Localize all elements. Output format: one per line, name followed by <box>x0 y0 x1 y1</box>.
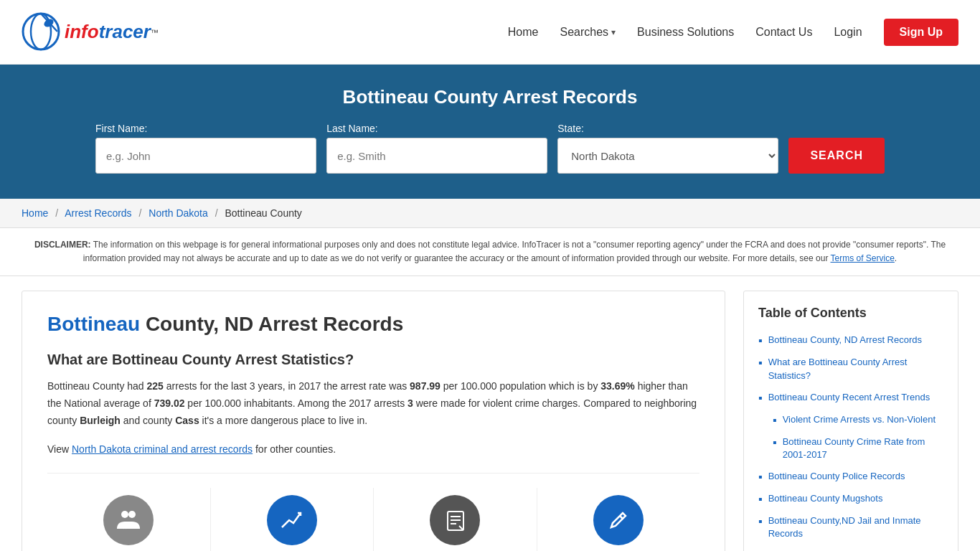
icon-pencil <box>593 495 644 545</box>
toc-item: ▪ Bottineau County Mugshots <box>758 492 943 506</box>
nav-contact[interactable]: Contact Us <box>755 26 812 39</box>
svg-point-4 <box>121 511 128 518</box>
svg-point-0 <box>23 14 59 50</box>
breadcrumb-north-dakota[interactable]: North Dakota <box>149 207 207 219</box>
violent-count: 3 <box>407 397 413 409</box>
scroll-icon <box>442 507 468 533</box>
icon-scroll <box>430 495 480 545</box>
icon-item-4 <box>537 488 700 551</box>
toc-link[interactable]: Bottineau County Recent Arrest Trends <box>768 391 930 404</box>
breadcrumb-home[interactable]: Home <box>22 207 48 219</box>
sidebar: Table of Contents ▪ Bottineau County, ND… <box>743 291 958 551</box>
toc-link[interactable]: What are Bottineau County Arrest Statist… <box>768 356 943 382</box>
toc-bullet: ▪ <box>758 471 763 484</box>
svg-point-1 <box>31 14 51 50</box>
toc-bullet: ▪ <box>773 414 777 427</box>
breadcrumb-arrest-records[interactable]: Arrest Records <box>65 207 131 219</box>
breadcrumb: Home / Arrest Records / North Dakota / B… <box>0 199 980 228</box>
icon-chart <box>267 495 317 545</box>
toc-item: ▪ Bottineau County,ND Jail and Inmate Re… <box>758 514 943 540</box>
hero-section: Bottineau County Arrest Records First Na… <box>0 65 980 199</box>
icon-item-1 <box>47 488 210 551</box>
national-avg: 739.02 <box>154 397 185 409</box>
logo-tracer: tracer <box>99 21 151 43</box>
toc-link[interactable]: Bottineau County,ND Jail and Inmate Reco… <box>768 514 943 540</box>
header: infotracer™ Home Searches ▾ Business Sol… <box>0 0 980 65</box>
toc-link[interactable]: Violent Crime Arrests vs. Non-Violent <box>783 413 936 426</box>
main-content: Bottineau County, ND Arrest Records What… <box>0 276 980 551</box>
logo-info: info <box>65 21 99 43</box>
section1-paragraph: Bottineau County had 225 arrests for the… <box>47 378 699 429</box>
toc-bullet: ▪ <box>758 515 763 528</box>
svg-line-14 <box>620 516 623 519</box>
signup-button[interactable]: Sign Up <box>884 19 958 46</box>
toc-bullet: ▪ <box>773 436 777 449</box>
tos-suffix: . <box>895 253 897 263</box>
breadcrumb-sep-2: / <box>139 207 142 219</box>
svg-point-5 <box>128 511 136 518</box>
toc-bullet: ▪ <box>758 334 763 347</box>
logo-icon <box>22 12 61 52</box>
main-nav: Home Searches ▾ Business Solutions Conta… <box>508 19 958 46</box>
state-label: State: <box>557 123 778 134</box>
state-select[interactable]: AlabamaAlaskaArizonaArkansas CaliforniaC… <box>557 138 778 174</box>
state-group: State: AlabamaAlaskaArizonaArkansas Cali… <box>557 123 778 174</box>
toc-link[interactable]: Bottineau County Mugshots <box>768 492 883 505</box>
county1: Burleigh <box>80 415 121 426</box>
county2: Cass <box>175 415 199 426</box>
nav-home[interactable]: Home <box>508 26 539 39</box>
article-title: Bottineau County, ND Arrest Records <box>47 313 699 336</box>
toc-link[interactable]: Bottineau County, ND Arrest Records <box>768 334 922 347</box>
pencil-icon <box>606 507 631 533</box>
breadcrumb-sep-1: / <box>55 207 58 219</box>
title-rest: County, ND Arrest Records <box>140 313 403 335</box>
logo: infotracer™ <box>22 12 159 52</box>
last-name-label: Last Name: <box>326 123 547 134</box>
toc-list: ▪ Bottineau County, ND Arrest Records ▪ … <box>758 334 943 551</box>
last-name-group: Last Name: <box>326 123 547 174</box>
toc-link[interactable]: Bottineau County Police Records <box>768 470 905 483</box>
toc-item: ▪ Bottineau County Recent Arrest Trends <box>758 391 943 405</box>
login-button[interactable]: Login <box>834 26 862 39</box>
toc-item: ▪ Violent Crime Arrests vs. Non-Violent <box>773 413 943 427</box>
toc-bullet: ▪ <box>758 493 763 506</box>
breadcrumb-current: Bottineau County <box>225 207 301 219</box>
breadcrumb-sep-3: / <box>215 207 218 219</box>
first-name-label: First Name: <box>95 123 316 134</box>
icon-item-3 <box>374 488 537 551</box>
logo-tm: ™ <box>151 28 159 37</box>
section1-heading: What are Bottineau County Arrest Statist… <box>47 352 699 368</box>
hero-title: Bottineau County Arrest Records <box>29 86 951 108</box>
nav-searches[interactable]: Searches ▾ <box>560 26 616 39</box>
arrests-count: 225 <box>147 380 164 392</box>
search-button[interactable]: SEARCH <box>788 138 885 174</box>
toc-link[interactable]: Bottineau County Crime Rate from 2001-20… <box>783 435 943 461</box>
nd-records-link[interactable]: North Dakota criminal and arrest records <box>72 443 253 455</box>
disclaimer-bar: DISCLAIMER: The information on this webp… <box>0 228 980 276</box>
disclaimer-label: DISCLAIMER: <box>34 240 91 250</box>
title-blue: Bottineau <box>47 313 140 335</box>
toc-item: ▪ What are Bottineau County Arrest Stati… <box>758 356 943 382</box>
disclaimer-text: The information on this webpage is for g… <box>83 240 946 263</box>
first-name-group: First Name: <box>95 123 316 174</box>
people-icon <box>116 507 141 533</box>
icon-people <box>103 495 154 545</box>
higher-pct: 33.69% <box>600 380 634 392</box>
content-area: Bottineau County, ND Arrest Records What… <box>22 291 725 551</box>
last-name-input[interactable] <box>326 138 547 174</box>
nav-searches-label: Searches <box>560 26 608 39</box>
toc-bullet: ▪ <box>758 357 763 369</box>
toc-item: ▪ Bottineau County Police Records <box>758 470 943 484</box>
toc-bullet: ▪ <box>758 392 763 405</box>
tos-link[interactable]: Terms of Service <box>831 253 895 263</box>
arrest-rate: 987.99 <box>410 380 440 392</box>
icon-strip <box>47 473 699 551</box>
chart-icon <box>279 507 305 533</box>
search-form: First Name: Last Name: State: AlabamaAla… <box>95 123 885 174</box>
first-name-input[interactable] <box>95 138 316 174</box>
icon-item-2 <box>211 488 374 551</box>
nav-business[interactable]: Business Solutions <box>637 26 734 39</box>
view-paragraph: View North Dakota criminal and arrest re… <box>47 441 699 458</box>
chevron-down-icon: ▾ <box>611 27 616 37</box>
toc-heading: Table of Contents <box>758 306 943 321</box>
